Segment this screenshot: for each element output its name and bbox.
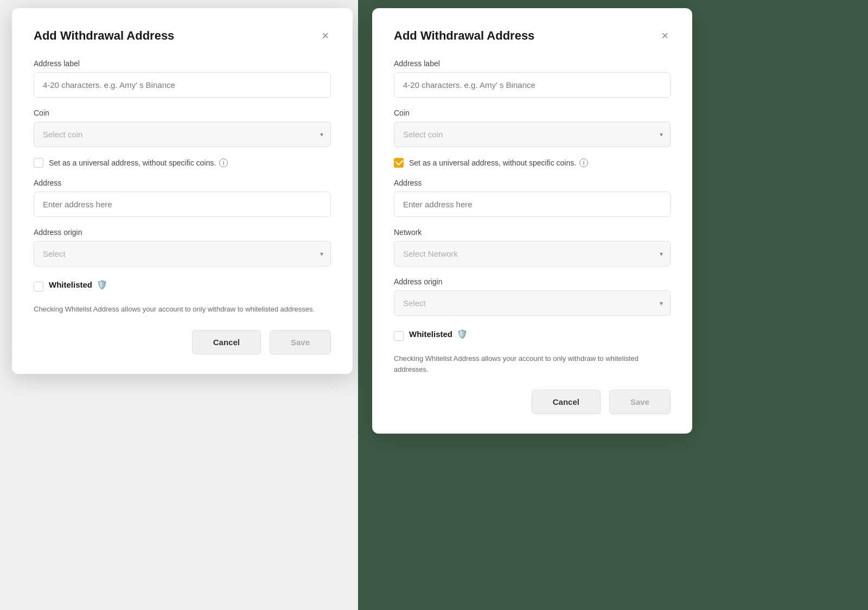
right-coin-select-wrapper: Select coin ▾ bbox=[394, 122, 671, 147]
right-cancel-button[interactable]: Cancel bbox=[532, 390, 601, 414]
left-address-group: Address bbox=[34, 179, 331, 217]
left-whitelisted-section: Whitelisted 🛡️ Checking Whitelist Addres… bbox=[34, 279, 331, 315]
right-modal-header: Add Withdrawal Address × bbox=[394, 28, 671, 44]
right-save-button[interactable]: Save bbox=[609, 390, 671, 414]
left-whitelisted-row: Whitelisted 🛡️ bbox=[34, 279, 331, 293]
left-modal-title: Add Withdrawal Address bbox=[34, 29, 174, 43]
left-coin-group: Coin Select coin ▾ bbox=[34, 109, 331, 147]
left-whitelisted-checkbox[interactable] bbox=[34, 282, 43, 291]
left-save-button[interactable]: Save bbox=[270, 330, 331, 354]
left-address-input[interactable] bbox=[34, 192, 331, 217]
left-universal-checkbox-row: Set as a universal address, without spec… bbox=[34, 158, 331, 168]
left-address-label-group: Address label bbox=[34, 59, 331, 98]
right-address-input[interactable] bbox=[394, 192, 671, 217]
right-address-group: Address bbox=[394, 179, 671, 217]
right-coin-select[interactable]: Select coin bbox=[394, 122, 671, 147]
left-address-label-label: Address label bbox=[34, 59, 331, 68]
right-modal: Add Withdrawal Address × Address label C… bbox=[372, 8, 692, 434]
left-address-origin-group: Address origin Select ▾ bbox=[34, 228, 331, 266]
right-address-label-input[interactable] bbox=[394, 72, 671, 98]
right-whitelisted-label: Whitelisted 🛡️ bbox=[409, 329, 468, 339]
right-network-select-wrapper: Select Network ▾ bbox=[394, 241, 671, 266]
right-whitelisted-row: Whitelisted 🛡️ bbox=[394, 329, 671, 342]
right-modal-footer: Cancel Save bbox=[394, 390, 671, 414]
right-address-origin-select-wrapper: Select ▾ bbox=[394, 290, 671, 316]
right-coin-label: Coin bbox=[394, 109, 671, 117]
left-address-label-input[interactable] bbox=[34, 72, 331, 98]
right-universal-info-icon[interactable]: i bbox=[579, 158, 588, 167]
right-network-label: Network bbox=[394, 228, 671, 237]
right-universal-checkbox-row: Set as a universal address, without spec… bbox=[394, 158, 671, 168]
right-address-origin-select[interactable]: Select bbox=[394, 290, 671, 316]
right-address-origin-group: Address origin Select ▾ bbox=[394, 277, 671, 316]
right-universal-checkbox[interactable] bbox=[394, 158, 404, 168]
left-whitelisted-label: Whitelisted 🛡️ bbox=[49, 279, 107, 290]
left-address-origin-label: Address origin bbox=[34, 228, 331, 237]
left-modal-close-button[interactable]: × bbox=[320, 28, 331, 44]
left-shield-icon: 🛡️ bbox=[97, 279, 107, 290]
left-modal-footer: Cancel Save bbox=[34, 330, 331, 354]
right-coin-group: Coin Select coin ▾ bbox=[394, 109, 671, 147]
left-coin-label: Coin bbox=[34, 109, 331, 117]
left-modal-header: Add Withdrawal Address × bbox=[34, 28, 331, 44]
left-universal-checkbox[interactable] bbox=[34, 158, 43, 168]
right-network-select[interactable]: Select Network bbox=[394, 241, 671, 266]
left-whitelisted-description: Checking Whitelist Address allows your a… bbox=[34, 304, 331, 315]
right-universal-label: Set as a universal address, without spec… bbox=[409, 158, 588, 167]
left-address-origin-select-wrapper: Select ▾ bbox=[34, 241, 331, 266]
right-whitelisted-description: Checking Whitelist Address allows your a… bbox=[394, 353, 671, 374]
right-whitelisted-section: Whitelisted 🛡️ Checking Whitelist Addres… bbox=[394, 329, 671, 374]
right-modal-close-button[interactable]: × bbox=[659, 28, 671, 44]
left-coin-select-wrapper: Select coin ▾ bbox=[34, 122, 331, 147]
right-network-group: Network Select Network ▾ bbox=[394, 228, 671, 266]
right-address-origin-label: Address origin bbox=[394, 277, 671, 286]
left-cancel-button[interactable]: Cancel bbox=[192, 330, 261, 354]
left-address-origin-select[interactable]: Select bbox=[34, 241, 331, 266]
left-modal: Add Withdrawal Address × Address label C… bbox=[12, 8, 353, 374]
right-address-label-group: Address label bbox=[394, 59, 671, 98]
left-universal-label: Set as a universal address, without spec… bbox=[49, 158, 228, 167]
left-coin-select[interactable]: Select coin bbox=[34, 122, 331, 147]
right-address-label-label: Address label bbox=[394, 59, 671, 68]
left-universal-info-icon[interactable]: i bbox=[219, 158, 228, 167]
right-whitelisted-checkbox[interactable] bbox=[394, 331, 404, 341]
right-address-label: Address bbox=[394, 179, 671, 187]
right-modal-title: Add Withdrawal Address bbox=[394, 29, 534, 43]
left-address-label: Address bbox=[34, 179, 331, 187]
right-shield-icon: 🛡️ bbox=[457, 329, 468, 339]
